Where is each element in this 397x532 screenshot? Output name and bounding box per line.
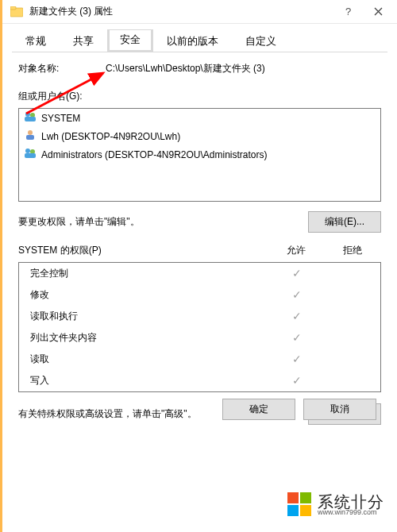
check-icon: ✓ [269,331,325,345]
tab-customize[interactable]: 自定义 [232,29,290,52]
perm-label: 读取 [25,353,269,366]
list-item-label: Lwh (DESKTOP-4N9R2OU\Lwh) [41,131,180,142]
annotation-arrow [22,70,114,118]
ok-button[interactable]: 确定 [222,399,295,420]
permissions-table: 完全控制 ✓ 修改 ✓ 读取和执行 ✓ 列出文 [18,262,381,392]
table-row: 修改 ✓ [19,284,380,306]
check-icon: ✓ [269,288,325,302]
permissions-header-deny: 拒绝 [324,244,381,257]
table-row: 读取 ✓ [19,349,380,370]
permissions-header-label: SYSTEM 的权限(P) [18,244,268,257]
check-icon: ✓ [269,353,325,366]
perm-label: 完全控制 [25,267,269,280]
table-row: 列出文件夹内容 ✓ [19,327,380,349]
dialog-buttons: 确定 取消 [222,399,376,420]
list-item[interactable]: Administrators (DESKTOP-4N9R2OU\Administ… [19,145,380,164]
tab-previous-versions[interactable]: 以前的版本 [153,29,232,52]
perm-deny [325,374,374,387]
watermark-url: www.win7999.com [318,508,384,516]
perm-deny [325,288,374,302]
tab-general[interactable]: 常规 [12,29,60,52]
close-button[interactable] [364,1,392,23]
window-title: 新建文件夹 (3) 属性 [29,5,335,18]
users-icon [24,148,37,161]
tab-share[interactable]: 共享 [60,29,107,52]
svg-rect-10 [25,153,36,158]
edit-hint: 要更改权限，请单击"编辑"。 [18,215,308,229]
svg-point-8 [25,148,30,153]
watermark-logo-icon [287,492,311,516]
properties-window: 新建文件夹 (3) 属性 ? 常规 共享 安全 以前的版本 自定义 [2,0,397,532]
edit-button[interactable]: 编辑(E)... [308,211,381,233]
check-icon: ✓ [269,310,325,323]
perm-label: 写入 [25,374,269,387]
permissions-header: SYSTEM 的权限(P) 允许 拒绝 [18,244,381,257]
list-item[interactable]: Lwh (DESKTOP-4N9R2OU\Lwh) [19,127,380,145]
svg-text:?: ? [345,6,351,17]
svg-point-6 [28,130,33,135]
help-button[interactable]: ? [335,1,364,23]
groups-listbox[interactable]: SYSTEM Lwh (DESKTOP-4N9R2OU\Lwh) Adminis… [18,108,381,202]
object-name-value: C:\Users\Lwh\Desktop\新建文件夹 (3) [106,62,265,75]
list-item-label: Administrators (DESKTOP-4N9R2OU\Administ… [41,149,268,160]
table-row: 读取和执行 ✓ [19,306,380,327]
edit-permissions-row: 要更改权限，请单击"编辑"。 编辑(E)... [18,211,381,233]
check-icon: ✓ [269,374,325,387]
table-row: 写入 ✓ [19,370,380,391]
folder-icon [10,6,23,17]
perm-label: 修改 [25,288,269,302]
check-icon: ✓ [269,267,325,280]
perm-deny [325,331,374,345]
perm-label: 读取和执行 [25,310,269,323]
window-body: 常规 共享 安全 以前的版本 自定义 对象名称: C:\Users\Lwh\D [2,24,397,444]
tab-security[interactable]: 安全 [107,29,153,52]
perm-deny [325,310,374,323]
titlebar: 新建文件夹 (3) 属性 ? [2,0,397,24]
cancel-button[interactable]: 取消 [303,399,376,420]
perm-label: 列出文件夹内容 [25,331,269,345]
svg-rect-7 [26,135,34,140]
permissions-header-allow: 允许 [268,244,324,257]
perm-deny [325,267,374,280]
tabs: 常规 共享 安全 以前的版本 自定义 [12,29,387,52]
user-icon [24,129,37,143]
svg-rect-1 [10,6,16,10]
watermark: 系统卝分 www.win7999.com [284,490,387,518]
table-row: 完全控制 ✓ [19,263,380,284]
perm-deny [325,353,374,366]
